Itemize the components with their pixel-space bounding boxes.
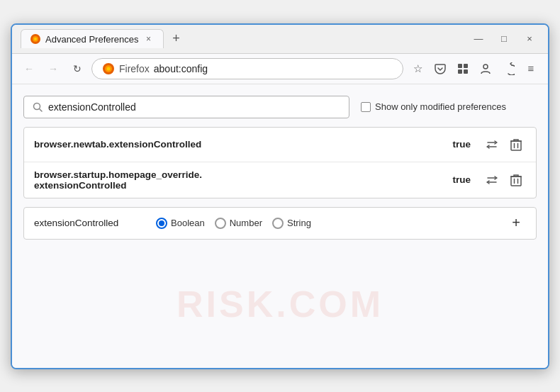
pocket-icon[interactable]	[430, 59, 450, 79]
svg-rect-9	[464, 69, 468, 74]
svg-point-10	[483, 65, 488, 69]
active-tab[interactable]: Advanced Preferences ×	[21, 29, 164, 48]
svg-rect-7	[464, 64, 468, 68]
table-row: browser.newtab.extensionControlled true	[24, 128, 536, 162]
nav-icons: ☆	[408, 59, 541, 79]
minimize-button[interactable]: —	[469, 32, 488, 46]
svg-rect-6	[458, 64, 462, 68]
add-preference-button[interactable]: +	[506, 213, 526, 233]
watermark: RISK.COM	[177, 283, 383, 325]
search-icon	[33, 102, 43, 112]
pref-value-2: true	[452, 174, 471, 185]
search-input[interactable]	[48, 101, 340, 113]
pref-name-1: browser.newtab.extensionControlled	[34, 139, 447, 150]
forward-button[interactable]: →	[43, 59, 63, 79]
search-row: Show only modified preferences	[23, 96, 537, 118]
search-box[interactable]	[23, 96, 349, 118]
maximize-button[interactable]: □	[494, 32, 514, 46]
show-modified-option[interactable]: Show only modified preferences	[361, 101, 506, 112]
content-area: RISK.COM Show only modified preferences …	[12, 84, 548, 368]
extension-icon[interactable]	[453, 59, 473, 79]
table-row: browser.startup.homepage_override. exten…	[24, 162, 536, 198]
string-radio[interactable]	[272, 218, 284, 229]
browser-label: Firefox	[119, 63, 150, 74]
sync-icon[interactable]	[498, 59, 518, 79]
profile-icon[interactable]	[476, 59, 495, 79]
firefox-logo-icon	[102, 62, 115, 75]
tab-area: Advanced Preferences × +	[21, 29, 457, 49]
string-label: String	[287, 218, 311, 228]
close-button[interactable]: ×	[520, 32, 539, 46]
svg-rect-8	[458, 69, 462, 74]
boolean-label: Boolean	[171, 218, 205, 228]
svg-rect-13	[511, 141, 521, 150]
type-radio-group: Boolean Number String	[156, 218, 311, 229]
svg-point-5	[107, 67, 111, 70]
address-bar[interactable]: Firefox about:config	[91, 58, 403, 79]
url-display: about:config	[154, 63, 208, 74]
delete-button-1[interactable]	[506, 135, 526, 155]
new-tab-button[interactable]: +	[167, 29, 186, 49]
bookmark-icon[interactable]: ☆	[408, 59, 427, 79]
toggle-button-2[interactable]	[482, 170, 502, 190]
pref-name-2: browser.startup.homepage_override. exten…	[34, 169, 447, 191]
browser-window: Advanced Preferences × + — □ × ← → ↻ Fir…	[11, 23, 549, 369]
pref-value-1: true	[452, 139, 471, 150]
toggle-button-1[interactable]	[482, 135, 502, 155]
svg-point-2	[34, 38, 37, 40]
number-label: Number	[230, 218, 262, 228]
type-boolean-option[interactable]: Boolean	[156, 218, 205, 229]
navigation-bar: ← → ↻ Firefox about:config ☆	[12, 54, 548, 84]
type-string-option[interactable]: String	[272, 218, 311, 229]
svg-rect-17	[511, 177, 521, 186]
tab-firefox-icon	[30, 33, 41, 45]
tab-title: Advanced Preferences	[45, 34, 139, 45]
row-actions-2	[482, 170, 526, 190]
number-radio[interactable]	[215, 218, 226, 229]
svg-line-12	[40, 108, 43, 111]
boolean-radio[interactable]	[156, 218, 167, 229]
row-actions-1	[482, 135, 526, 155]
window-controls: — □ ×	[469, 32, 539, 46]
show-modified-label: Show only modified preferences	[375, 101, 506, 112]
new-preference-row: extensionControlled Boolean Number Strin…	[23, 207, 537, 240]
reload-button[interactable]: ↻	[67, 59, 87, 79]
new-pref-name: extensionControlled	[34, 218, 147, 228]
title-bar: Advanced Preferences × + — □ ×	[12, 25, 548, 54]
type-number-option[interactable]: Number	[215, 218, 262, 229]
results-table: browser.newtab.extensionControlled true	[23, 127, 537, 198]
back-button[interactable]: ←	[19, 59, 39, 79]
menu-icon[interactable]: ≡	[521, 59, 541, 79]
tab-close-button[interactable]: ×	[143, 33, 155, 45]
show-modified-checkbox[interactable]	[361, 102, 371, 112]
delete-button-2[interactable]	[506, 170, 526, 190]
